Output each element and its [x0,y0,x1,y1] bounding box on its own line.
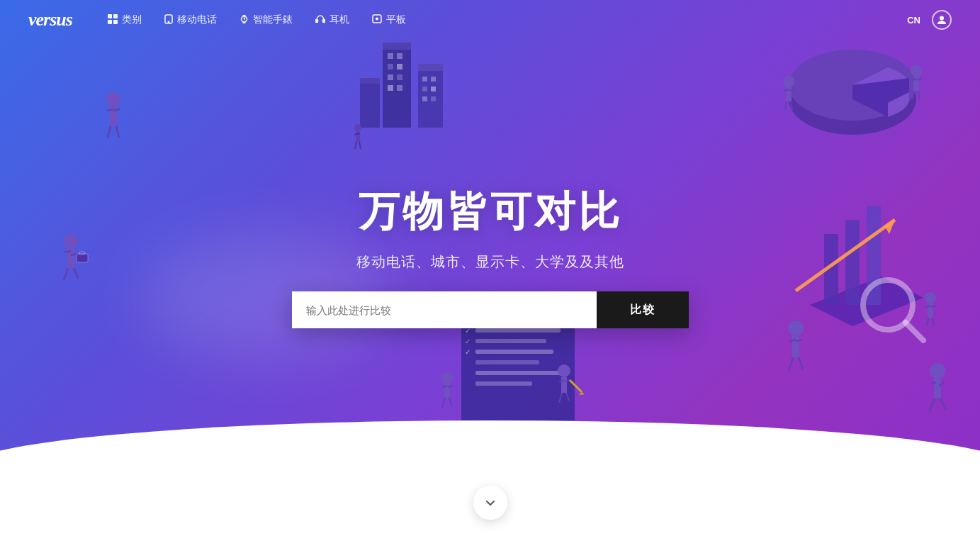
svg-point-63 [925,292,936,303]
svg-rect-22 [388,74,393,80]
hero-subtitle: 移动电话、城市、显示卡、大学及及其他 [356,252,624,272]
svg-line-98 [116,126,119,138]
bottom-right-figure [753,307,838,435]
svg-rect-31 [431,87,436,91]
svg-rect-12 [322,19,325,22]
svg-rect-25 [397,85,402,91]
nav-label-mobile: 移动电话 [177,13,217,26]
svg-line-41 [359,142,361,149]
svg-point-99 [64,234,78,248]
svg-line-92 [449,398,452,406]
chevron-down-icon [483,496,497,510]
svg-rect-27 [418,64,443,71]
svg-rect-80 [561,377,567,393]
svg-line-111 [789,357,793,371]
svg-line-67 [927,318,928,326]
nav-item-mobile[interactable]: 移动电话 [164,13,217,26]
svg-line-97 [108,126,111,138]
svg-rect-19 [397,53,402,59]
grid-icon [108,14,118,26]
svg-rect-18 [388,53,393,59]
svg-rect-74 [475,371,561,375]
watch-icon [240,14,249,26]
main-header: versus 类别 [0,0,980,40]
svg-rect-30 [422,87,427,91]
search-input[interactable] [292,291,597,328]
left-figures-illustration [43,57,184,340]
phone-icon [164,14,173,26]
svg-line-49 [918,91,920,99]
svg-line-104 [74,268,78,278]
svg-rect-33 [431,96,436,101]
tablet-icon [372,14,382,26]
search-button[interactable]: 比较 [597,291,689,328]
svg-rect-20 [388,64,393,69]
site-logo[interactable]: versus [28,9,72,30]
svg-rect-23 [397,74,402,80]
headphone-icon [315,15,325,26]
main-nav: 类别 移动电话 [108,13,907,26]
svg-rect-26 [418,64,443,128]
svg-rect-32 [422,96,427,101]
svg-point-50 [783,76,794,87]
svg-point-14 [376,18,378,19]
hero-section: versus 类别 [0,0,980,541]
svg-line-68 [933,318,934,326]
search-bar: 比较 [292,291,689,328]
svg-line-40 [355,142,356,149]
nav-label-tablet: 平板 [386,13,406,26]
svg-rect-0 [108,14,112,18]
svg-rect-57 [845,220,860,305]
svg-point-15 [940,16,944,21]
svg-rect-70 [475,328,561,333]
svg-line-118 [940,398,946,410]
hero-content: 万物皆可对比 移动电话、城市、显示卡、大学及及其他 比较 [292,184,689,328]
svg-point-113 [930,363,945,379]
svg-point-87 [441,372,453,384]
svg-text:✓: ✓ [465,348,471,356]
svg-marker-86 [579,392,585,395]
nav-item-headphones[interactable]: 耳机 [315,13,349,26]
nav-label-categories: 类别 [122,13,142,26]
language-button[interactable]: CN [907,15,920,26]
svg-line-91 [442,398,445,408]
nav-label-smartwatch: 智能手錶 [253,13,293,26]
svg-point-36 [354,124,361,131]
svg-rect-3 [113,20,118,24]
svg-rect-2 [108,20,112,24]
svg-rect-11 [315,19,317,22]
svg-line-103 [64,268,68,280]
svg-point-107 [788,320,804,336]
svg-rect-75 [475,381,532,386]
svg-line-117 [929,398,935,412]
svg-rect-28 [422,77,427,82]
svg-line-62 [906,323,923,340]
hero-title: 万物皆可对比 [359,184,622,240]
svg-rect-17 [383,43,411,50]
nav-label-headphones: 耳机 [330,13,349,26]
svg-line-112 [799,357,803,369]
svg-point-79 [558,364,570,377]
svg-rect-73 [475,360,539,364]
svg-point-93 [106,92,120,106]
buildings-illustration [340,21,496,163]
svg-text:✓: ✓ [465,338,471,345]
svg-rect-71 [475,339,546,343]
svg-point-5 [168,21,169,23]
header-right: CN [907,10,952,30]
svg-rect-72 [475,350,553,354]
svg-rect-21 [397,64,402,69]
svg-rect-24 [388,85,393,91]
svg-rect-1 [113,14,118,18]
nav-item-tablet[interactable]: 平板 [372,13,406,26]
svg-rect-105 [77,254,88,262]
svg-rect-34 [360,78,380,128]
nav-item-categories[interactable]: 类别 [108,13,142,26]
jumping-figure [895,357,966,470]
nav-item-smartwatch[interactable]: 智能手錶 [240,13,293,26]
svg-rect-29 [431,77,436,82]
user-account-button[interactable] [932,10,952,30]
scroll-down-button[interactable] [473,486,507,520]
svg-rect-35 [360,78,380,84]
svg-line-54 [785,101,787,110]
